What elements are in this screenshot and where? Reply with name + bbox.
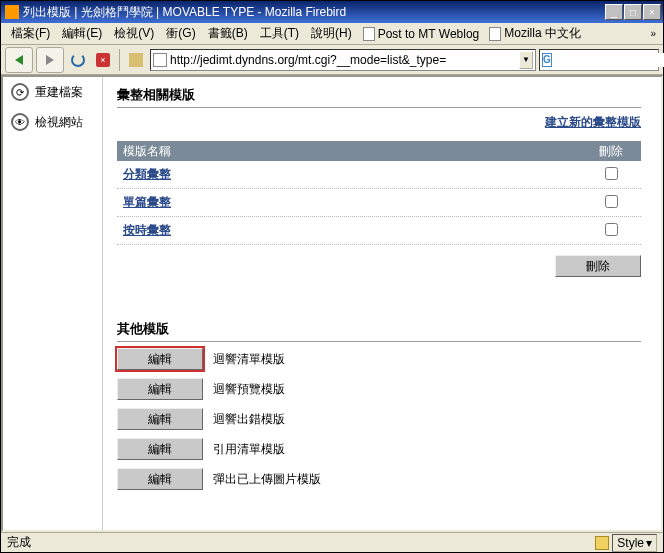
page-icon xyxy=(363,27,375,41)
app-window: 列出模版 | 光劍格鬥學院 | MOVABLE TYPE - Mozilla F… xyxy=(0,0,664,553)
reload-icon xyxy=(71,53,85,67)
security-icon[interactable] xyxy=(595,536,609,550)
other-row: 編輯 彈出已上傳圖片模版 xyxy=(117,468,641,490)
section-title-archive: 彙整相關模版 xyxy=(117,83,641,108)
rebuild-icon: ⟳ xyxy=(11,83,29,101)
other-template-label: 迴響預覽模版 xyxy=(213,381,285,398)
site-icon xyxy=(153,53,167,67)
other-template-label: 引用清單模版 xyxy=(213,441,285,458)
maximize-button[interactable]: □ xyxy=(624,4,642,20)
sidebar-item-rebuild[interactable]: ⟳ 重建檔案 xyxy=(3,77,102,107)
status-text: 完成 xyxy=(7,534,31,551)
style-selector[interactable]: Style ▾ xyxy=(612,534,657,552)
statusbar: 完成 Style ▾ xyxy=(1,532,663,552)
sidebar-item-label: 檢視網站 xyxy=(35,114,83,131)
back-button[interactable] xyxy=(5,47,33,73)
delete-button[interactable]: 刪除 xyxy=(555,255,641,277)
menu-file[interactable]: 檔案(F) xyxy=(5,23,56,44)
home-button[interactable] xyxy=(125,49,147,71)
menu-tools[interactable]: 工具(T) xyxy=(254,23,305,44)
other-template-label: 迴響出錯模版 xyxy=(213,411,285,428)
table-row: 單篇彙整 xyxy=(117,189,641,217)
toolbar: × ▼ G xyxy=(1,45,663,75)
sidebar-item-label: 重建檔案 xyxy=(35,84,83,101)
bookmark-post-mt[interactable]: Post to MT Weblog xyxy=(358,27,485,41)
arrow-right-icon xyxy=(46,55,54,65)
menu-go[interactable]: 衝(G) xyxy=(160,23,201,44)
sidebar: ⟳ 重建檔案 👁 檢視網站 xyxy=(3,77,103,530)
content-area: ⟳ 重建檔案 👁 檢視網站 彙整相關模版 建立新的彙整模版 模版名稱 刪除 分類… xyxy=(1,75,663,532)
page-icon xyxy=(489,27,501,41)
google-icon: G xyxy=(542,53,552,67)
other-template-label: 迴響清單模版 xyxy=(213,351,285,368)
close-button[interactable]: × xyxy=(643,4,661,20)
style-label: Style xyxy=(617,536,644,550)
table-row: 分類彙整 xyxy=(117,161,641,189)
window-buttons: _ □ × xyxy=(605,4,661,20)
menu-help[interactable]: 說明(H) xyxy=(305,23,358,44)
edit-button[interactable]: 編輯 xyxy=(117,348,203,370)
url-input[interactable] xyxy=(170,53,519,67)
section-title-other: 其他模版 xyxy=(117,317,641,342)
other-template-label: 彈出已上傳圖片模版 xyxy=(213,471,321,488)
reload-button[interactable] xyxy=(67,49,89,71)
table-row: 按時彙整 xyxy=(117,217,641,245)
url-dropdown-button[interactable]: ▼ xyxy=(519,51,533,69)
search-bar[interactable]: G xyxy=(539,49,659,71)
app-icon xyxy=(5,5,19,19)
bookmark-label: Mozilla 中文化 xyxy=(504,25,581,42)
minimize-button[interactable]: _ xyxy=(605,4,623,20)
col-delete: 刪除 xyxy=(581,143,641,160)
delete-checkbox[interactable] xyxy=(605,195,618,208)
template-link[interactable]: 分類彙整 xyxy=(123,167,171,181)
col-name: 模版名稱 xyxy=(117,143,581,160)
search-input[interactable] xyxy=(555,53,664,67)
menu-bookmarks[interactable]: 書籤(B) xyxy=(202,23,254,44)
bookmark-mozilla-cn[interactable]: Mozilla 中文化 xyxy=(484,25,586,42)
other-templates-section: 其他模版 編輯 迴響清單模版 編輯 迴響預覽模版 編輯 迴響出錯模版 編輯 引用… xyxy=(117,317,641,490)
edit-button[interactable]: 編輯 xyxy=(117,378,203,400)
sidebar-item-view-site[interactable]: 👁 檢視網站 xyxy=(3,107,102,137)
eye-icon: 👁 xyxy=(11,113,29,131)
template-link[interactable]: 按時彙整 xyxy=(123,223,171,237)
main-panel: 彙整相關模版 建立新的彙整模版 模版名稱 刪除 分類彙整 單篇彙整 按時彙整 刪 xyxy=(103,77,661,530)
stop-icon: × xyxy=(96,53,110,67)
create-link-row: 建立新的彙整模版 xyxy=(117,114,641,131)
menubar: 檔案(F) 編輯(E) 檢視(V) 衝(G) 書籤(B) 工具(T) 說明(H)… xyxy=(1,23,663,45)
chevron-down-icon: ▾ xyxy=(646,536,652,550)
toolbar-separator xyxy=(119,49,120,71)
arrow-left-icon xyxy=(15,55,23,65)
edit-button[interactable]: 編輯 xyxy=(117,438,203,460)
status-right: Style ▾ xyxy=(595,534,657,552)
bookmark-label: Post to MT Weblog xyxy=(378,27,480,41)
delete-checkbox[interactable] xyxy=(605,223,618,236)
delete-checkbox[interactable] xyxy=(605,167,618,180)
edit-button[interactable]: 編輯 xyxy=(117,408,203,430)
create-archive-template-link[interactable]: 建立新的彙整模版 xyxy=(545,115,641,129)
forward-button[interactable] xyxy=(36,47,64,73)
titlebar: 列出模版 | 光劍格鬥學院 | MOVABLE TYPE - Mozilla F… xyxy=(1,1,663,23)
edit-button[interactable]: 編輯 xyxy=(117,468,203,490)
table-header: 模版名稱 刪除 xyxy=(117,141,641,161)
other-row: 編輯 迴響出錯模版 xyxy=(117,408,641,430)
home-icon xyxy=(129,53,143,67)
other-row: 編輯 迴響清單模版 xyxy=(117,348,641,370)
other-row: 編輯 迴響預覽模版 xyxy=(117,378,641,400)
window-title: 列出模版 | 光劍格鬥學院 | MOVABLE TYPE - Mozilla F… xyxy=(23,4,605,21)
other-row: 編輯 引用清單模版 xyxy=(117,438,641,460)
url-bar[interactable]: ▼ xyxy=(150,49,536,71)
overflow-chevron-icon[interactable]: » xyxy=(647,28,659,39)
delete-button-row: 刪除 xyxy=(117,255,641,277)
menu-edit[interactable]: 編輯(E) xyxy=(56,23,108,44)
template-link[interactable]: 單篇彙整 xyxy=(123,195,171,209)
menu-view[interactable]: 檢視(V) xyxy=(108,23,160,44)
stop-button[interactable]: × xyxy=(92,49,114,71)
